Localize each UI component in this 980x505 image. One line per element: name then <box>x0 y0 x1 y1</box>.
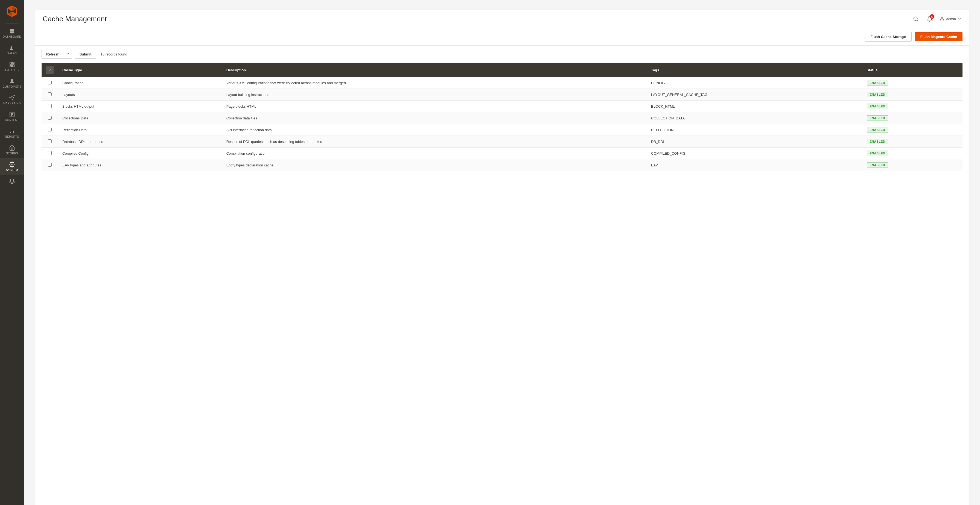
sidebar-item-label: CONTENT <box>5 119 19 122</box>
row-description: Layout building instructions <box>222 89 647 100</box>
table-row: Compiled Config Compilation configuratio… <box>41 148 963 159</box>
search-icon <box>913 16 918 22</box>
main-content: Cache Management 39 admin Flush Cache S <box>24 0 980 505</box>
sidebar-item-sales[interactable]: SALES <box>0 41 24 58</box>
refresh-dropdown-button[interactable] <box>64 50 72 59</box>
svg-rect-5 <box>10 29 12 31</box>
row-checkbox-cell[interactable] <box>41 136 58 148</box>
sidebar-item-extensions[interactable] <box>0 175 24 189</box>
logo-area <box>0 0 24 22</box>
col-tags: Tags <box>647 63 862 77</box>
row-cache-type: Blocks HTML output <box>58 100 222 112</box>
svg-rect-10 <box>10 62 11 65</box>
row-status: ENABLED <box>862 159 963 171</box>
row-description: Entity types declaration cache <box>222 159 647 171</box>
col-cache-type: Cache Type <box>58 63 222 77</box>
table-row: Blocks HTML output Page blocks HTML BLOC… <box>41 100 963 112</box>
admin-user-button[interactable]: admin <box>939 16 961 22</box>
select-all-header[interactable] <box>41 63 58 77</box>
submit-button[interactable]: Submit <box>75 50 96 59</box>
status-badge: ENABLED <box>867 139 888 144</box>
row-checkbox-cell[interactable] <box>41 159 58 171</box>
notification-badge: 39 <box>930 14 934 19</box>
flush-cache-storage-button[interactable]: Flush Cache Storage <box>865 32 912 41</box>
svg-rect-8 <box>12 32 14 33</box>
page-title: Cache Management <box>43 15 107 23</box>
row-cache-type: Layouts <box>58 89 222 100</box>
sidebar-item-dashboard[interactable]: DASHBOARD <box>0 25 24 41</box>
sidebar-item-catalog[interactable]: CATALOG <box>0 58 24 75</box>
row-checkbox[interactable] <box>48 92 52 96</box>
row-status: ENABLED <box>862 136 963 148</box>
table-row: EAV types and attributes Entity types de… <box>41 159 963 171</box>
flush-magento-cache-button[interactable]: Flush Magento Cache <box>915 32 963 41</box>
user-icon <box>939 16 945 22</box>
row-status: ENABLED <box>862 100 963 112</box>
row-checkbox[interactable] <box>48 163 52 167</box>
svg-point-9 <box>11 46 12 48</box>
row-description: Compilation configuration <box>222 148 647 159</box>
svg-point-14 <box>11 79 13 81</box>
search-button[interactable] <box>912 14 920 23</box>
row-cache-type: EAV types and attributes <box>58 159 222 171</box>
sidebar-item-stores[interactable]: STORES <box>0 141 24 158</box>
row-checkbox-cell[interactable] <box>41 124 58 136</box>
row-tags: LAYOUT_GENERAL_CACHE_TAG <box>647 89 862 100</box>
table-row: Configuration Various XML configurations… <box>41 77 963 89</box>
row-checkbox[interactable] <box>48 104 52 108</box>
table-row: Reflection Data API interfaces reflectio… <box>41 124 963 136</box>
sidebar-item-reports[interactable]: REPORTS <box>0 125 24 141</box>
catalog-icon <box>9 62 15 67</box>
select-all-checkbox[interactable] <box>46 66 54 74</box>
row-tags: BLOCK_HTML <box>647 100 862 112</box>
page-title-area: Cache Management <box>43 15 107 23</box>
table-body: Configuration Various XML configurations… <box>41 77 963 171</box>
action-bar: Flush Cache Storage Flush Magento Cache <box>35 28 969 46</box>
row-status: ENABLED <box>862 77 963 89</box>
sidebar-item-marketing[interactable]: MARKETING <box>0 92 24 108</box>
row-checkbox[interactable] <box>48 128 52 132</box>
sidebar-item-label: CATALOG <box>5 68 19 71</box>
stores-icon <box>9 145 15 151</box>
refresh-button[interactable]: Refresh <box>41 50 64 59</box>
row-tags: REFLECTION <box>647 124 862 136</box>
row-checkbox-cell[interactable] <box>41 112 58 124</box>
svg-rect-11 <box>13 62 14 64</box>
sidebar-item-customers[interactable]: CUSTOMERS <box>0 75 24 92</box>
status-badge: ENABLED <box>867 92 888 97</box>
row-checkbox[interactable] <box>48 116 52 120</box>
sidebar-item-label: MARKETING <box>3 102 21 105</box>
sales-icon <box>9 45 15 51</box>
row-checkbox-cell[interactable] <box>41 148 58 159</box>
svg-rect-7 <box>10 32 12 33</box>
table-row: Collections Data Collection data files C… <box>41 112 963 124</box>
top-header: Cache Management 39 admin <box>35 10 969 28</box>
table-row: Layouts Layout building instructions LAY… <box>41 89 963 100</box>
row-checkbox[interactable] <box>48 81 52 84</box>
status-badge: ENABLED <box>867 162 888 168</box>
sidebar-item-system[interactable]: SYSTEM <box>0 158 24 175</box>
chevron-down-icon <box>48 68 52 72</box>
notification-button[interactable]: 39 <box>925 14 934 24</box>
magento-logo-icon <box>6 5 18 17</box>
table-container: Cache Type Description Tags Status Confi… <box>35 63 969 171</box>
sidebar-item-label: STORES <box>6 152 18 155</box>
row-checkbox[interactable] <box>48 139 52 143</box>
row-status: ENABLED <box>862 89 963 100</box>
cache-table: Cache Type Description Tags Status Confi… <box>41 63 963 171</box>
sidebar-item-label: REPORTS <box>5 135 19 138</box>
col-description: Description <box>222 63 647 77</box>
row-checkbox-cell[interactable] <box>41 89 58 100</box>
row-checkbox[interactable] <box>48 151 52 155</box>
row-description: Page blocks HTML <box>222 100 647 112</box>
svg-marker-4 <box>12 11 17 16</box>
row-checkbox-cell[interactable] <box>41 77 58 89</box>
system-icon <box>9 162 15 168</box>
status-badge: ENABLED <box>867 103 888 109</box>
row-description: Various XML configurations that were col… <box>222 77 647 89</box>
table-row: Database DDL operations Results of DDL q… <box>41 136 963 148</box>
sidebar-item-content[interactable]: CONTENT <box>0 108 24 125</box>
row-status: ENABLED <box>862 112 963 124</box>
row-checkbox-cell[interactable] <box>41 100 58 112</box>
row-cache-type: Database DDL operations <box>58 136 222 148</box>
